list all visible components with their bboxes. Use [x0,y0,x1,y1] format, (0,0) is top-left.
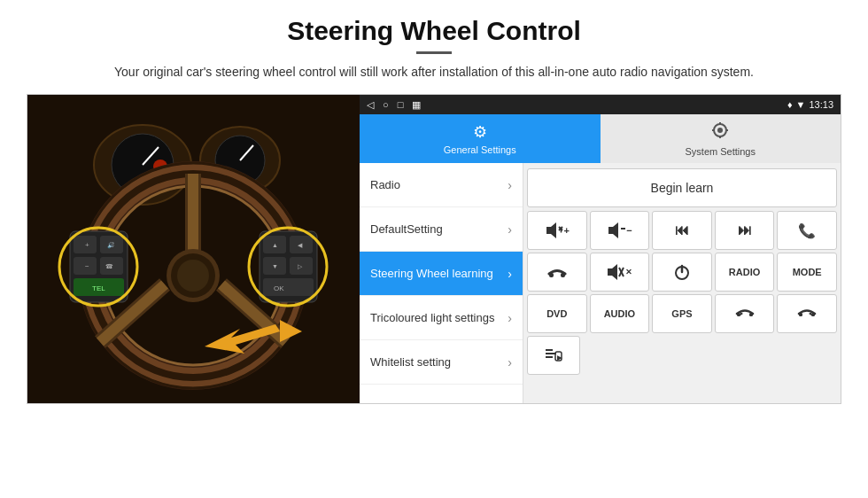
playlist-button[interactable]: ▶ [527,336,580,375]
chevron-icon-tricoloured: › [508,311,512,325]
menu-radio-label: Radio [370,178,400,191]
call-button[interactable]: 📞 [777,211,837,250]
begin-learn-row: Begin learn [527,167,837,208]
svg-rect-71 [811,313,815,316]
controls-row-2: ✕ RADIO MODE [527,253,837,292]
system-settings-icon [711,121,729,144]
controls-panel: Begin learn + − ⏮ ⏭ [523,163,841,403]
time-display: 13:13 [809,99,833,110]
dvd-button[interactable]: DVD [527,294,587,333]
svg-rect-61 [561,273,565,277]
status-bar: ◁ ○ □ ▦ ♦ ▼ 13:13 [360,95,841,114]
svg-rect-75 [546,356,553,358]
nav-back-icon[interactable]: ◁ [367,99,374,111]
tab-system[interactable]: System Settings [601,114,841,163]
panel-body: Radio › DefaultSetting › Steering Wheel … [360,163,841,403]
svg-marker-62 [608,264,617,280]
menu-item-steering[interactable]: Steering Wheel learning › [360,252,523,296]
svg-marker-58 [608,222,618,238]
chevron-icon-whitelist: › [508,355,512,370]
svg-text:▲: ▲ [272,242,278,248]
controls-row-1: + − ⏮ ⏭ 📞 [527,211,837,250]
nav-cast-icon[interactable]: ▦ [412,99,421,111]
android-panel: ◁ ○ □ ▦ ♦ ▼ 13:13 ⚙ General Settings [360,95,841,403]
location-icon: ♦ [787,99,793,110]
subtitle: Your original car's steering wheel contr… [114,63,754,82]
general-settings-icon: ⚙ [473,122,487,142]
audio-button[interactable]: AUDIO [590,294,650,333]
svg-text:OK: OK [274,284,284,292]
gps-button[interactable]: GPS [652,294,712,333]
svg-marker-69 [740,312,743,315]
svg-text:+: + [85,241,89,249]
svg-text:−: − [85,262,89,270]
svg-rect-73 [546,349,553,351]
vol-up-button[interactable]: + [527,211,587,250]
nav-square-icon[interactable]: □ [398,99,404,110]
menu-whitelist-label: Whitelist setting [370,355,451,369]
svg-rect-67 [737,313,740,316]
radio-button[interactable]: RADIO [715,253,775,292]
begin-learn-button[interactable]: Begin learn [527,168,837,207]
title-divider [416,51,452,54]
signal-icon: ▼ [796,99,806,110]
menu-tricoloured-label: Tricoloured light settings [370,311,494,324]
controls-row-4: ▶ [527,336,837,375]
controls-row-3: DVD AUDIO GPS [527,294,837,333]
svg-rect-74 [546,353,556,354]
svg-rect-70 [799,313,802,316]
tab-system-label: System Settings [686,146,756,157]
tab-general[interactable]: ⚙ General Settings [360,114,601,163]
main-content: + 🔊 − ☎ TEL ▲ ◀ ▼ ▷ OK [27,94,841,404]
svg-marker-72 [809,312,811,315]
image-panel: + 🔊 − ☎ TEL ▲ ◀ ▼ ▷ OK [27,95,360,403]
svg-text:▼: ▼ [272,263,278,269]
status-bar-right: ♦ ▼ 13:13 [787,99,833,110]
power-button[interactable] [652,253,712,292]
hangup-button[interactable] [527,253,587,292]
svg-rect-60 [549,273,554,277]
svg-text:TEL: TEL [92,284,105,292]
svg-text:☎: ☎ [105,263,113,269]
svg-rect-38 [263,278,314,296]
chevron-icon-default: › [508,222,512,237]
ans-next-button[interactable] [777,294,837,333]
menu-item-whitelist[interactable]: Whitelist setting › [360,340,523,385]
menu-item-defaultsetting[interactable]: DefaultSetting › [360,207,523,252]
menu-item-radio[interactable]: Radio › [360,163,523,207]
svg-point-49 [717,128,723,133]
menu-list: Radio › DefaultSetting › Steering Wheel … [360,163,523,403]
menu-steering-label: Steering Wheel learning [370,267,493,280]
mute-button[interactable]: ✕ [590,253,650,292]
page-title: Steering Wheel Control [287,16,581,46]
svg-marker-54 [546,222,556,238]
menu-item-tricoloured[interactable]: Tricoloured light settings › [360,296,523,340]
menu-defaultsetting-label: DefaultSetting [370,222,443,236]
chevron-icon-radio: › [508,178,512,192]
mode-button[interactable]: MODE [777,253,837,292]
svg-text:🔊: 🔊 [107,241,115,249]
svg-rect-68 [749,313,753,316]
nav-home-icon[interactable]: ○ [383,99,389,110]
tab-general-label: General Settings [444,144,516,155]
tabs-row: ⚙ General Settings Syste [360,114,841,163]
svg-point-21 [177,260,209,292]
ans-prev-button[interactable] [715,294,775,333]
prev-track-button[interactable]: ⏮ [652,211,712,250]
chevron-icon-steering: › [508,267,512,281]
next-track-button[interactable]: ⏭ [715,211,775,250]
status-bar-nav: ◁ ○ □ ▦ [367,99,421,111]
vol-down-button[interactable]: − [590,211,650,250]
